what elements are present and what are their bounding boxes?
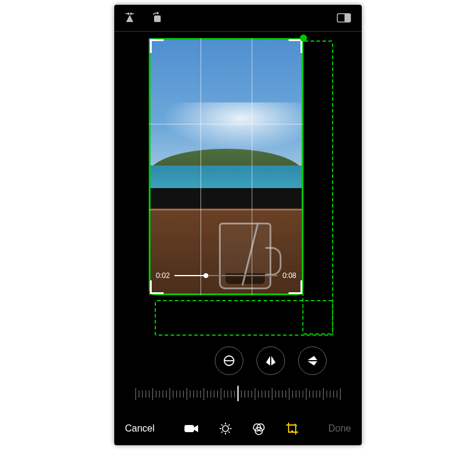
scrubber-thumb[interactable] <box>203 273 208 278</box>
svg-line-72 <box>221 424 223 426</box>
svg-line-75 <box>221 432 223 433</box>
active-tab-indicator <box>291 430 293 433</box>
flip-perspective-icon[interactable] <box>125 12 138 23</box>
annotation-dashed-vertical <box>302 40 333 335</box>
time-current: 0:02 <box>156 271 170 280</box>
svg-rect-2 <box>345 14 350 22</box>
angle-ruler[interactable] <box>132 385 344 404</box>
transform-row <box>114 346 362 375</box>
straighten-button[interactable] <box>215 346 243 375</box>
annotation-dashed-horizontal <box>155 300 333 336</box>
top-toolbar <box>114 5 362 32</box>
svg-rect-66 <box>184 425 194 432</box>
bottom-toolbar: Cancel <box>114 412 362 445</box>
video-scrubber[interactable]: 0:02 0:08 <box>156 271 296 280</box>
aspect-ratio-icon[interactable] <box>337 13 351 23</box>
flip-vertical-button[interactable] <box>298 346 327 375</box>
ruler-center-mark <box>237 386 239 401</box>
time-total: 0:08 <box>283 271 296 280</box>
video-frame <box>149 38 303 295</box>
crop-canvas[interactable]: 0:02 0:08 <box>114 31 362 335</box>
tab-adjust[interactable] <box>219 422 232 435</box>
flip-horizontal-button[interactable] <box>256 346 285 375</box>
tab-crop[interactable] <box>286 422 299 435</box>
svg-line-73 <box>228 432 230 433</box>
svg-line-74 <box>228 424 230 426</box>
scrubber-track[interactable] <box>174 275 277 276</box>
tab-video[interactable] <box>184 424 199 433</box>
done-button[interactable]: Done <box>328 423 351 434</box>
tab-filters[interactable] <box>252 422 265 435</box>
cancel-button[interactable]: Cancel <box>125 423 155 434</box>
rotate-ccw-icon[interactable] <box>151 12 163 24</box>
photo-editor-screen: 0:02 0:08 <box>114 5 362 445</box>
svg-rect-0 <box>154 15 161 22</box>
svg-point-67 <box>223 426 228 432</box>
